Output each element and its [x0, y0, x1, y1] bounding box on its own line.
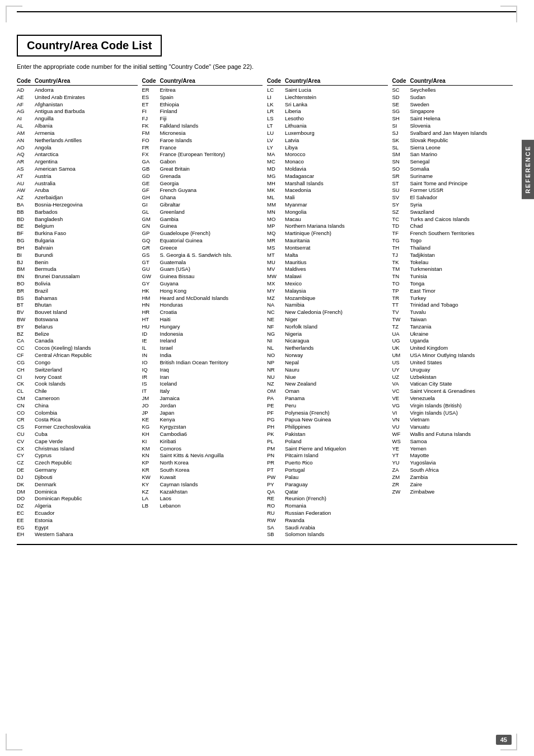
country-code: PA: [267, 395, 283, 402]
country-name: Bosnia-Herzegovina: [35, 201, 138, 209]
table-row: VAVatican City State: [392, 381, 513, 388]
table-row: CVCape Verde: [17, 438, 138, 445]
table-row: KWKuwait: [142, 474, 263, 481]
country-name: Saint Kitts & Nevis Anguilla: [160, 452, 263, 459]
table-row: UMUSA Minor Outlying Islands: [392, 352, 513, 359]
table-row: MTMalta: [267, 252, 388, 259]
country-name: Sierra Leone: [410, 144, 513, 152]
page-title: Country/Area Code List: [27, 39, 152, 52]
country-code: BJ: [17, 259, 32, 266]
country-code: SR: [392, 173, 408, 180]
table-row: GNGuinea: [142, 223, 263, 230]
col2-header: Code Country/Area: [142, 78, 263, 86]
country-name: Croatia: [160, 309, 263, 316]
country-name: Honduras: [160, 302, 263, 309]
table-row: CRCosta Rica: [17, 416, 138, 424]
table-row: MYMalaysia: [267, 288, 388, 295]
country-name: Puerto Rico: [285, 459, 388, 467]
country-name: Czech Republic: [35, 459, 138, 467]
table-row: SLSierra Leone: [392, 144, 513, 152]
country-code: NG: [267, 331, 283, 338]
country-name: Uzbekistan: [410, 374, 513, 381]
table-row: DZAlgeria: [17, 503, 138, 510]
bottom-border-line: [17, 544, 517, 545]
country-name: Seychelles: [410, 87, 513, 94]
country-code: TG: [392, 237, 408, 245]
country-code: LU: [267, 130, 283, 137]
table-row: BNBrunei Darussalam: [17, 273, 138, 280]
country-name: Nepal: [285, 359, 388, 367]
corner-decoration-bl: [6, 734, 22, 750]
table-row: NLNetherlands: [267, 345, 388, 352]
country-name: Macau: [285, 216, 388, 223]
country-name: Somalia: [410, 166, 513, 173]
country-code: PG: [267, 416, 283, 424]
country-code: AE: [17, 94, 32, 101]
table-row: SESweden: [392, 101, 513, 109]
table-row: EGEgypt: [17, 524, 138, 532]
country-code: NP: [267, 359, 283, 367]
table-row: PAPanama: [267, 395, 388, 402]
country-name: Heard and McDonald Islands: [160, 295, 263, 302]
country-code: TW: [392, 316, 408, 323]
country-code: FK: [142, 123, 158, 130]
table-row: GDGrenada: [142, 173, 263, 180]
country-name: Pitcairn Island: [285, 452, 388, 459]
table-row: FOFaroe Islands: [142, 137, 263, 144]
country-code: GU: [142, 266, 158, 273]
country-code: SV: [392, 194, 408, 201]
country-code: BA: [17, 201, 32, 209]
country-name: Uganda: [410, 337, 513, 345]
country-code: BY: [17, 323, 32, 331]
table-row: HKHong Kong: [142, 288, 263, 295]
country-name: East Timor: [410, 288, 513, 295]
country-code: TK: [392, 259, 408, 266]
country-name: United Arab Emirates: [35, 94, 138, 101]
title-box: Country/Area Code List: [17, 35, 162, 57]
table-row: CCCocos (Keeling) Islands: [17, 345, 138, 352]
country-name: Romania: [285, 503, 388, 510]
table-row: BWBotswana: [17, 316, 138, 323]
country-name: Cocos (Keeling) Islands: [35, 345, 138, 352]
country-code: NU: [267, 374, 283, 381]
country-code: HU: [142, 323, 158, 331]
country-name: Polynesia (French): [285, 410, 388, 417]
table-row: EREritrea: [142, 87, 263, 94]
country-name: Turkey: [410, 295, 513, 302]
table-row: ILIsrael: [142, 345, 263, 352]
country-code: MQ: [267, 230, 283, 237]
country-code: DO: [17, 495, 32, 503]
country-name: France: [160, 144, 263, 152]
table-row: NONorway: [267, 352, 388, 359]
table-row: CHSwitzerland: [17, 367, 138, 374]
country-code: ZW: [392, 489, 408, 496]
country-name: Christmas Island: [35, 445, 138, 453]
country-name: Anguilla: [35, 115, 138, 123]
country-name: Bermuda: [35, 266, 138, 273]
table-row: MHMarshall Islands: [267, 180, 388, 187]
table-row: ARArgentina: [17, 158, 138, 166]
country-name: Italy: [160, 388, 263, 395]
table-row: TRTurkey: [392, 295, 513, 302]
country-code: PK: [267, 431, 283, 438]
country-name: Myanmar: [285, 201, 388, 209]
country-code: MC: [267, 158, 283, 166]
country-code: JO: [142, 402, 158, 410]
country-code: PN: [267, 452, 283, 459]
table-row: GLGreenland: [142, 209, 263, 216]
country-code: CA: [17, 337, 32, 345]
country-code: IR: [142, 374, 158, 381]
table-row: BBBarbados: [17, 209, 138, 216]
country-name: Panama: [285, 395, 388, 402]
country-name: Falkland Islands: [160, 123, 263, 130]
country-code: MH: [267, 180, 283, 187]
country-name: Tuvalu: [410, 309, 513, 316]
table-row: NZNew Zealand: [267, 381, 388, 388]
table-row: GRGreece: [142, 245, 263, 252]
country-code: WS: [392, 438, 408, 445]
country-name: Bangladesh: [35, 216, 138, 223]
country-name: South Africa: [410, 467, 513, 474]
country-code: GP: [142, 230, 158, 237]
country-name: Qatar: [285, 489, 388, 496]
country-code: SA: [267, 524, 283, 532]
